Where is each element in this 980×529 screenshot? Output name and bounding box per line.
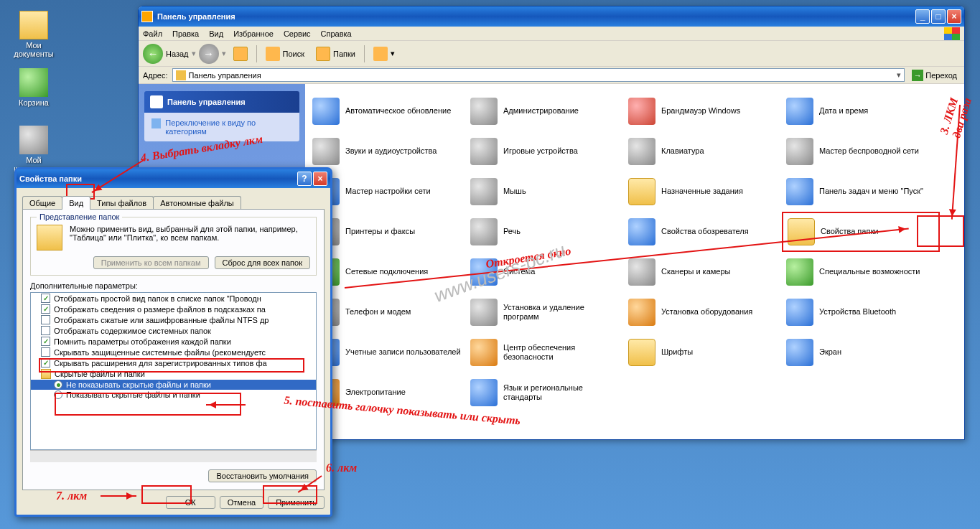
address-input[interactable]: Панель управления ▾ (172, 68, 905, 82)
option-label: Скрывать защищенные системные файлы (рек… (54, 348, 266, 357)
up-button[interactable] (229, 45, 252, 63)
cp-item[interactable]: Дата и время (782, 91, 940, 131)
cp-item[interactable]: Свойства обозревателя (624, 212, 782, 252)
horizontal-scrollbar[interactable] (30, 450, 317, 462)
cp-item[interactable]: Мышь (466, 172, 624, 212)
cp-item-label: Устройства Bluetooth (819, 307, 896, 317)
option-row[interactable]: Отображать сжатые или зашифрованные файл… (31, 314, 316, 325)
reset-all-button[interactable]: Сброс для всех папок (215, 256, 311, 269)
task-panel-header[interactable]: Панель управления (144, 91, 299, 113)
option-row[interactable]: Скрывать защищенные системные файлы (рек… (31, 347, 316, 357)
cp-item[interactable]: Назначенные задания (624, 172, 782, 212)
cancel-button[interactable]: Отмена (220, 496, 263, 509)
cp-item[interactable]: Шрифты (624, 332, 782, 373)
cp-item[interactable]: Клавиатура (624, 131, 782, 172)
close-button[interactable]: × (947, 9, 961, 24)
option-row[interactable]: ✓Скрывать расширения для зарегистрирован… (31, 357, 316, 368)
tab-general[interactable]: Общие (22, 196, 62, 210)
folders-button[interactable]: Папки (312, 45, 360, 63)
search-icon (266, 47, 280, 61)
cp-item[interactable]: Экран (782, 332, 940, 373)
cp-item-icon (628, 178, 655, 205)
back-button[interactable]: ← (143, 44, 163, 64)
menu-help[interactable]: Справка (321, 29, 352, 38)
option-row[interactable]: Не показывать скрытые файлы и папки (31, 380, 316, 390)
option-row[interactable]: ✓Помнить параметры отображения каждой па… (31, 336, 316, 347)
desktop-my-documents[interactable]: Мои документы (9, 11, 59, 58)
back-label[interactable]: Назад (166, 50, 189, 58)
cp-item[interactable]: Установка оборудования (624, 292, 782, 332)
option-row[interactable]: Отображать содержимое системных папок (31, 325, 316, 336)
cp-item[interactable]: Мастер беспроводной сети (782, 131, 940, 172)
desktop-recycle-bin[interactable]: Корзина (9, 68, 59, 107)
option-row[interactable]: Показывать скрытые файлы и папки (31, 390, 316, 400)
option-row[interactable]: ✓Отображать простой вид папок в списке п… (31, 293, 316, 304)
toolbar: ← Назад ▾ → ▾ Поиск Папки ▾ (139, 41, 964, 67)
option-row[interactable]: ✓Отображать сведения о размере файлов в … (31, 304, 316, 314)
cp-item[interactable]: Панель задач и меню "Пуск" (782, 172, 940, 212)
go-button[interactable]: →Переход (909, 70, 960, 81)
cp-item[interactable]: Специальные возможности (782, 252, 940, 292)
cp-item[interactable]: Брандмауэр Windows (624, 91, 782, 131)
address-bar: Адрес: Панель управления ▾ →Переход (139, 67, 964, 84)
cp-item[interactable]: Устройства Bluetooth (782, 292, 940, 332)
cp-item-label: Игровые устройства (503, 146, 578, 156)
menu-file[interactable]: Файл (143, 29, 162, 38)
cp-item-icon (628, 138, 655, 165)
cp-item[interactable]: Центр обеспечения безопасности (466, 332, 624, 373)
restore-defaults-button[interactable]: Восстановить умолчания (208, 469, 317, 482)
desktop-my-computer[interactable]: Мой компьютер (9, 126, 59, 173)
forward-button[interactable]: → (199, 44, 219, 64)
cp-item[interactable]: Автоматическое обновление (308, 91, 466, 131)
cp-item-label: Мышь (503, 187, 526, 196)
apply-button[interactable]: Применить (268, 496, 325, 509)
checkbox-icon: ✓ (41, 358, 50, 368)
option-label: Отображать простой вид папок в списке па… (54, 294, 261, 303)
tab-filetypes[interactable]: Типы файлов (90, 196, 154, 210)
dialog-titlebar[interactable]: Свойства папки ? × (17, 169, 330, 188)
cp-item-icon (786, 339, 813, 366)
switch-category-link[interactable]: Переключение к виду по категориям (151, 118, 292, 136)
ok-button[interactable]: ОК (166, 496, 215, 509)
checkbox-icon: ✓ (41, 294, 50, 303)
option-label: Показывать скрытые файлы и папки (66, 390, 200, 399)
cp-item[interactable]: Язык и региональные стандарты (466, 373, 624, 413)
folder-options-dialog: Свойства папки ? × Общие Вид Типы файлов… (14, 167, 332, 517)
menu-favorites[interactable]: Избранное (233, 29, 274, 38)
cp-item[interactable]: Установка и удаление программ (466, 292, 624, 332)
tab-offline[interactable]: Автономные файлы (153, 196, 241, 210)
menu-tools[interactable]: Сервис (284, 29, 311, 38)
window-titlebar[interactable]: Панель управления _ □ × (139, 6, 964, 27)
views-button[interactable]: ▾ (369, 45, 399, 63)
cp-item-icon (628, 218, 655, 245)
check-icon (150, 95, 163, 108)
option-label: Скрытые файлы и папки (55, 370, 145, 378)
cp-item[interactable]: Сканеры и камеры (624, 252, 782, 292)
cp-item-icon (470, 218, 498, 245)
cp-item-label: Телефон и модем (345, 307, 411, 317)
menu-view[interactable]: Вид (209, 29, 223, 38)
cp-item[interactable]: Администрирование (466, 91, 624, 131)
cp-item-label: Учетные записи пользователей (345, 347, 461, 357)
advanced-settings-list[interactable]: ✓Отображать простой вид папок в списке п… (30, 292, 317, 450)
option-label: Помнить параметры отображения каждой пап… (54, 337, 231, 346)
maximize-button[interactable]: □ (931, 9, 946, 24)
cp-item-icon (470, 98, 498, 125)
help-button[interactable]: ? (297, 172, 312, 186)
checkbox-icon (41, 326, 50, 335)
cp-item[interactable]: Звуки и аудиоустройства (308, 131, 466, 172)
tab-view[interactable]: Вид (62, 196, 90, 210)
minimize-button[interactable]: _ (915, 9, 930, 24)
folders-icon (316, 47, 330, 61)
menu-edit[interactable]: Правка (172, 29, 199, 38)
cp-item-icon (786, 138, 813, 165)
search-button[interactable]: Поиск (261, 45, 309, 63)
cp-item[interactable]: Свойства папки (782, 212, 940, 252)
option-row[interactable]: Скрытые файлы и папки (31, 368, 316, 380)
cp-item[interactable]: Игровые устройства (466, 131, 624, 172)
arrow-icon (151, 118, 161, 128)
apply-to-all-button[interactable]: Применить ко всем папкам (93, 256, 209, 269)
cp-item-label: Дата и время (819, 106, 868, 116)
dialog-close-button[interactable]: × (313, 172, 327, 186)
cp-item-label: Центр обеспечения безопасности (503, 343, 620, 362)
